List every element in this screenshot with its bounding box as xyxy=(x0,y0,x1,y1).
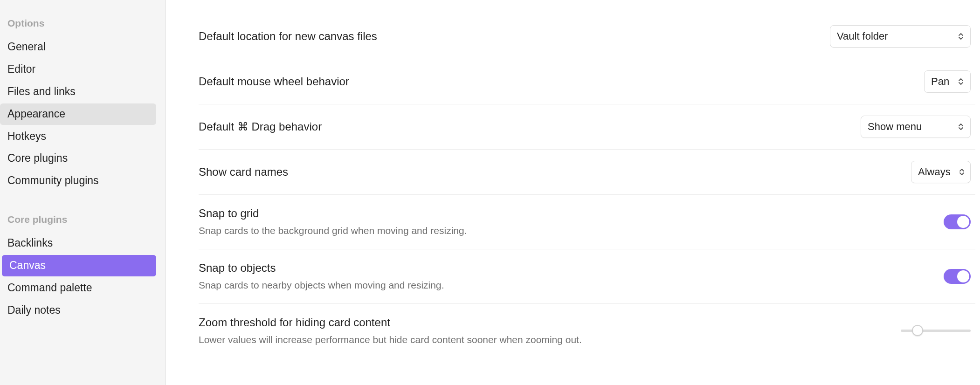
sidebar-item-files-and-links[interactable]: Files and links xyxy=(0,81,166,103)
setting-title: Show card names xyxy=(199,165,892,179)
select-value: Pan xyxy=(931,76,949,88)
sidebar-item-backlinks[interactable]: Backlinks xyxy=(0,233,166,254)
setting-show-card-names: Show card names Always xyxy=(199,150,975,195)
setting-mouse-wheel-behavior: Default mouse wheel behavior Pan xyxy=(199,59,975,104)
setting-snap-to-objects: Snap to objects Snap cards to nearby obj… xyxy=(199,249,975,304)
slider-thumb[interactable] xyxy=(912,325,923,336)
chevron-up-down-icon xyxy=(959,168,965,176)
show-card-names-select[interactable]: Always xyxy=(911,161,971,183)
sidebar-item-appearance[interactable]: Appearance xyxy=(0,103,156,125)
sidebar-item-community-plugins[interactable]: Community plugins xyxy=(0,170,166,192)
zoom-threshold-slider[interactable] xyxy=(901,323,971,337)
select-value: Vault folder xyxy=(837,30,888,42)
default-canvas-location-select[interactable]: Vault folder xyxy=(830,25,971,48)
setting-description: Snap cards to the background grid when m… xyxy=(199,224,925,237)
sidebar-item-core-plugins[interactable]: Core plugins xyxy=(0,148,166,169)
cmd-drag-behavior-select[interactable]: Show menu xyxy=(861,116,971,138)
setting-snap-to-grid: Snap to grid Snap cards to the backgroun… xyxy=(199,195,975,249)
setting-default-canvas-location: Default location for new canvas files Va… xyxy=(199,14,975,59)
select-value: Always xyxy=(918,166,951,178)
setting-title: Snap to grid xyxy=(199,206,925,221)
setting-title: Default location for new canvas files xyxy=(199,29,811,44)
settings-sidebar: Options General Editor Files and links A… xyxy=(0,0,166,385)
setting-title: Zoom threshold for hiding card content xyxy=(199,315,882,330)
setting-title: Snap to objects xyxy=(199,261,925,275)
slider-track xyxy=(901,330,971,332)
setting-description: Snap cards to nearby objects when moving… xyxy=(199,278,925,292)
sidebar-item-hotkeys[interactable]: Hotkeys xyxy=(0,126,166,147)
sidebar-item-daily-notes[interactable]: Daily notes xyxy=(0,300,166,321)
snap-to-grid-toggle[interactable] xyxy=(944,214,971,229)
toggle-knob xyxy=(957,270,969,282)
sidebar-item-general[interactable]: General xyxy=(0,36,166,58)
mouse-wheel-behavior-select[interactable]: Pan xyxy=(924,70,971,93)
sidebar-section-options: Options xyxy=(0,13,166,35)
sidebar-item-canvas[interactable]: Canvas xyxy=(2,255,156,276)
setting-zoom-threshold: Zoom threshold for hiding card content L… xyxy=(199,304,975,358)
setting-title: Default ⌘ Drag behavior xyxy=(199,119,842,134)
setting-cmd-drag-behavior: Default ⌘ Drag behavior Show menu xyxy=(199,104,975,150)
chevron-up-down-icon xyxy=(958,123,964,131)
sidebar-item-command-palette[interactable]: Command palette xyxy=(0,277,166,299)
chevron-up-down-icon xyxy=(958,32,964,41)
setting-description: Lower values will increase performance b… xyxy=(199,333,882,346)
sidebar-section-core-plugins: Core plugins xyxy=(0,209,166,232)
sidebar-item-editor[interactable]: Editor xyxy=(0,59,166,80)
chevron-up-down-icon xyxy=(958,77,964,86)
setting-title: Default mouse wheel behavior xyxy=(199,74,905,89)
toggle-knob xyxy=(957,216,969,228)
settings-panel: Default location for new canvas files Va… xyxy=(166,0,980,385)
select-value: Show menu xyxy=(868,121,922,133)
snap-to-objects-toggle[interactable] xyxy=(944,269,971,284)
